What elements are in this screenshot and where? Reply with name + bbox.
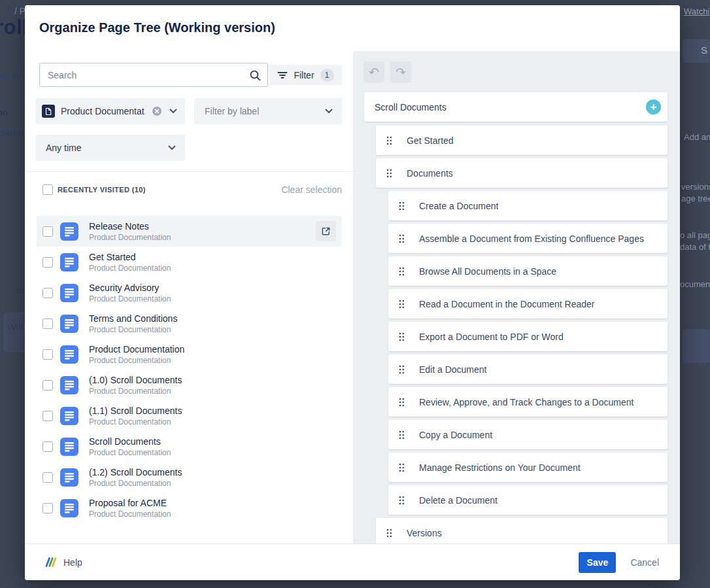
drag-handle-icon[interactable] — [399, 201, 405, 211]
tree-node[interactable]: Review, Approve, and Track Changes to a … — [388, 387, 668, 417]
page-icon — [60, 438, 78, 456]
item-title: (1.2) Scroll Documents — [89, 466, 182, 478]
tree-node[interactable]: Versions — [376, 518, 668, 544]
tree-node-label: Review, Approve, and Track Changes to a … — [419, 397, 634, 407]
drag-handle-icon[interactable] — [399, 234, 405, 243]
tree-node[interactable]: Assemble a Document from Existing Conflu… — [388, 224, 668, 253]
item-checkbox[interactable] — [42, 288, 53, 298]
redo-button[interactable] — [390, 61, 411, 82]
tree-node-label: Copy a Document — [419, 430, 492, 440]
item-checkbox[interactable] — [42, 472, 53, 483]
list-item[interactable]: (1.0) Scroll DocumentsProduct Documentat… — [37, 370, 342, 400]
clear-selection-button[interactable]: Clear selection — [281, 184, 342, 195]
item-checkbox[interactable] — [42, 411, 53, 421]
drag-handle-icon[interactable] — [399, 332, 405, 341]
undo-button[interactable] — [363, 61, 384, 82]
search-icon[interactable] — [249, 69, 262, 82]
drag-handle-icon[interactable] — [386, 136, 392, 145]
list-item[interactable]: Product DocumentationProduct Documentati… — [37, 339, 342, 370]
list-item[interactable]: (1.1) Scroll DocumentsProduct Documentat… — [37, 400, 342, 431]
drag-handle-icon[interactable] — [399, 463, 405, 472]
tree-node-label: Delete a Document — [419, 495, 498, 506]
item-texts: Scroll DocumentsProduct Documentation — [89, 436, 171, 458]
tree-node[interactable]: Copy a Document — [388, 420, 668, 449]
tree-node[interactable]: Get Started — [376, 126, 668, 155]
search-input[interactable] — [40, 63, 267, 86]
label-filter-select[interactable]: Filter by label — [194, 98, 342, 124]
tree-node[interactable]: Export a Document to PDF or Word — [388, 322, 668, 351]
drag-handle-icon[interactable] — [399, 398, 405, 407]
drag-handle-icon[interactable] — [399, 365, 405, 374]
background-text-fragment: o all pag — [680, 230, 710, 240]
drag-handle-icon[interactable] — [399, 300, 405, 309]
item-checkbox[interactable] — [42, 257, 53, 268]
filter-button[interactable]: Filter 1 — [269, 65, 342, 85]
background-text-fragment: ges fro — [0, 71, 22, 81]
item-checkbox[interactable] — [42, 380, 53, 390]
item-space-name: Product Documentation — [89, 325, 177, 335]
space-filter-value: Product Documentat — [61, 106, 146, 116]
filter-count-badge: 1 — [320, 69, 334, 82]
filter-button-label: Filter — [294, 70, 314, 80]
list-item[interactable]: Release NotesProduct Documentation — [37, 216, 342, 247]
drag-handle-icon[interactable] — [386, 169, 392, 178]
list-item[interactable]: Scroll DocumentsProduct Documentation — [37, 431, 342, 462]
item-texts: Terms and ConditionsProduct Documentatio… — [89, 313, 177, 335]
tree-root-node[interactable]: Scroll Documents — [364, 92, 668, 122]
tree-node-label: Get Started — [407, 135, 454, 146]
item-checkbox[interactable] — [42, 441, 53, 452]
recently-visited-list: Release NotesProduct DocumentationGet St… — [25, 216, 353, 544]
item-title: (1.0) Scroll Documents — [89, 374, 182, 386]
item-space-name: Product Documentation — [89, 294, 171, 304]
page-icon — [60, 315, 78, 333]
page-icon — [60, 284, 78, 302]
list-section-header: RECENTLY VISITED (10) Clear selection — [42, 184, 342, 196]
item-texts: (1.1) Scroll DocumentsProduct Documentat… — [89, 405, 182, 427]
item-title: (1.1) Scroll Documents — [89, 405, 182, 417]
time-filter-select[interactable]: Any time — [35, 135, 185, 161]
space-filter-select[interactable]: Product Documentat — [35, 98, 185, 124]
clear-space-filter-icon[interactable] — [152, 106, 162, 116]
background-text-fragment: Writ — [7, 322, 24, 332]
drag-handle-icon[interactable] — [399, 267, 405, 276]
help-button[interactable]: Help — [44, 557, 82, 568]
tree-node[interactable]: Edit a Document — [388, 355, 668, 384]
tree-node[interactable]: Browse All Documents in a Space — [388, 256, 668, 286]
list-item[interactable]: Get StartedProduct Documentation — [37, 247, 342, 277]
drag-handle-icon[interactable] — [399, 496, 405, 505]
background-text-fragment: orking — [0, 128, 23, 138]
cancel-button[interactable]: Cancel — [630, 557, 659, 568]
item-checkbox[interactable] — [42, 503, 53, 513]
tree-node-label: Read a Document in the Document Reader — [419, 299, 594, 309]
save-button[interactable]: Save — [579, 552, 616, 573]
list-item[interactable]: (1.2) Scroll DocumentsProduct Documentat… — [37, 462, 342, 493]
organize-page-tree-dialog: Organize Page Tree (Working version) Fil… — [25, 5, 680, 580]
background-text-fragment: Add an — [684, 132, 710, 142]
select-all-checkbox[interactable] — [42, 184, 53, 195]
tree-node[interactable]: Delete a Document — [388, 485, 668, 515]
add-page-button[interactable] — [646, 99, 661, 114]
list-item[interactable]: Security AdvisoryProduct Documentation — [37, 277, 342, 308]
open-page-button[interactable] — [316, 221, 336, 241]
drag-handle-icon[interactable] — [386, 528, 392, 538]
tree-node[interactable]: Manage Restrictions on Your Document — [388, 453, 668, 482]
item-texts: Get StartedProduct Documentation — [89, 251, 171, 273]
item-title: Security Advisory — [89, 282, 171, 294]
page-icon — [60, 407, 78, 425]
item-title: Product Documentation — [89, 343, 184, 355]
item-checkbox[interactable] — [42, 226, 53, 237]
list-item[interactable]: Terms and ConditionsProduct Documentatio… — [37, 308, 342, 339]
tree-node-label: Browse All Documents in a Space — [419, 266, 556, 277]
chevron-down-icon — [169, 109, 177, 114]
item-checkbox[interactable] — [42, 319, 53, 329]
help-label: Help — [63, 557, 82, 568]
tree-node[interactable]: Documents — [376, 158, 668, 188]
help-logo-icon — [44, 557, 57, 568]
tree-node[interactable]: Create a Document — [388, 191, 668, 220]
tree-node[interactable]: Read a Document in the Document Reader — [388, 289, 668, 319]
background-text-fragment: versions — [681, 182, 710, 192]
drag-handle-icon[interactable] — [399, 430, 405, 440]
item-checkbox[interactable] — [42, 349, 53, 360]
panel-divider — [25, 171, 353, 172]
list-item[interactable]: Proposal for ACMEProduct Documentation — [37, 493, 342, 523]
